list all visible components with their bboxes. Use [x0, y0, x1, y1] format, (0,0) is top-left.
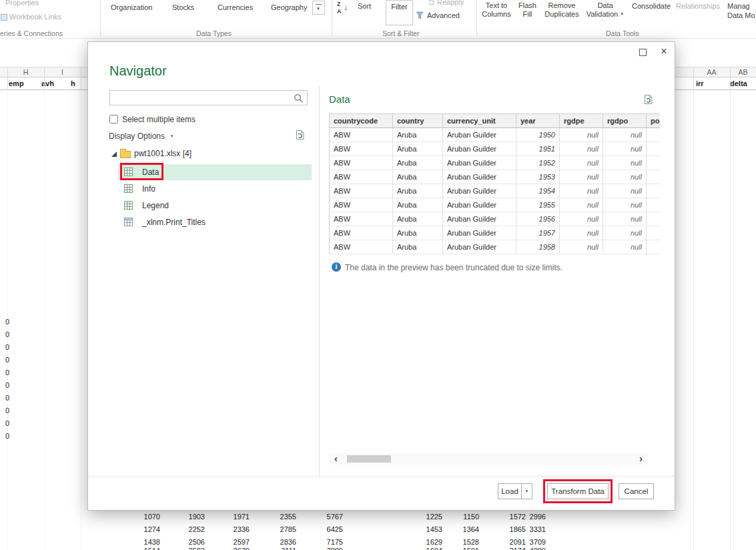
sheet-cell: 0 — [1, 343, 9, 352]
header-gridline — [81, 67, 81, 77]
sheet-col-header-AB[interactable]: AB — [730, 67, 756, 77]
scroll-left-icon[interactable]: ‹ — [334, 453, 338, 464]
tree-item-label: Legend — [142, 201, 169, 210]
sheet-col-header-I[interactable]: I — [44, 67, 81, 77]
pane-divider — [319, 86, 320, 476]
close-icon: × — [661, 45, 667, 57]
scroll-right-icon[interactable]: › — [639, 453, 643, 464]
preview-cell: Aruba — [393, 184, 443, 198]
gallery-more-button[interactable]: ▼ — [312, 1, 325, 15]
display-options-dropdown[interactable]: Display Options ▼ — [109, 131, 173, 141]
tree-item-data[interactable]: Data — [118, 164, 312, 180]
sheet-cell: 2583 — [168, 545, 205, 550]
preview-cell: null — [603, 184, 647, 198]
preview-cell — [647, 240, 660, 254]
preview-column-header[interactable]: countrycode — [330, 114, 393, 128]
preview-cell: null — [603, 212, 647, 226]
queries-group-label: eries & Connections — [0, 29, 63, 37]
preview-column-header[interactable]: rgdpo — [603, 114, 647, 128]
manage-line2: Data Mo — [727, 11, 755, 19]
sheet-cell: 1274 — [123, 523, 160, 536]
transform-data-button[interactable]: Transform Data — [547, 483, 609, 499]
preview-cell: 1952 — [516, 156, 560, 170]
sheet-row: 1070 1903 1971 2355 5767 1225 1150 1572 … — [0, 511, 756, 523]
sheet-cell: 0 — [1, 394, 9, 402]
sort-z-glyph: Z — [337, 1, 341, 7]
tree-item-print-titles[interactable]: _xlnm.Print_Titles — [118, 214, 312, 230]
sheet-gridline — [81, 90, 81, 550]
consolidate-button[interactable]: Consolidate — [632, 2, 671, 10]
select-multiple-checkbox[interactable] — [109, 115, 118, 123]
preview-column-header[interactable]: year — [516, 114, 560, 128]
preview-column-header[interactable]: po — [647, 114, 660, 128]
preview-cell: ABW — [330, 226, 393, 240]
preview-cell: Aruban Guilder — [443, 226, 516, 240]
sheet-cell: 1903 — [168, 511, 205, 523]
search-input[interactable] — [110, 91, 294, 105]
preview-cell — [647, 156, 660, 170]
preview-cell: Aruban Guilder — [443, 170, 516, 184]
preview-cell: null — [560, 170, 603, 184]
tree-item-label: Info — [142, 184, 155, 194]
worksheet-icon — [124, 201, 133, 210]
preview-cell: null — [603, 240, 647, 254]
scrollbar-thumb[interactable] — [347, 455, 391, 463]
preview-cell: 1957 — [516, 226, 560, 240]
reapply-icon — [428, 0, 435, 6]
preview-cell: Aruban Guilder — [443, 156, 516, 170]
close-button[interactable]: × — [655, 43, 673, 59]
advanced-button[interactable]: Advanced — [427, 11, 460, 19]
sort-filter-group-label: Sort & Filter — [382, 29, 419, 37]
sort-button[interactable]: Sort — [358, 2, 371, 10]
chevron-down-icon: ▼ — [316, 7, 320, 11]
filter-button[interactable]: Filter — [386, 0, 413, 25]
preview-cell: Aruba — [393, 226, 443, 240]
excel-window: Properties Workbook Links eries & Connec… — [0, 0, 756, 550]
sheet-cell: 1070 — [123, 511, 160, 523]
preview-horizontal-scrollbar[interactable]: ‹ › — [329, 453, 648, 465]
datatype-currencies[interactable]: Currencies — [218, 3, 253, 11]
datatype-stocks[interactable]: Stocks — [172, 3, 194, 11]
load-dropdown-button[interactable]: ▼ — [521, 483, 532, 499]
preview-cell: ABW — [330, 170, 393, 184]
sheet-cell: 3111 — [260, 545, 296, 550]
preview-cell: Aruban Guilder — [443, 198, 516, 212]
load-button[interactable]: Load — [498, 483, 522, 499]
preview-cell: null — [603, 156, 647, 170]
cancel-button[interactable]: Cancel — [619, 483, 654, 499]
manage-data-model-button[interactable]: Manag Data Mo — [727, 2, 755, 19]
sheet-col-header-AA[interactable]: AA — [693, 67, 730, 77]
preview-cell — [647, 212, 660, 226]
maximize-button[interactable] — [634, 45, 651, 59]
data-validation-button[interactable]: Data Validation ▼ — [583, 1, 627, 19]
remove-duplicates-button[interactable]: Remove Duplicates — [539, 1, 585, 19]
ribbon-group-separator — [332, 0, 332, 36]
datatype-organization[interactable]: Organization — [111, 3, 152, 11]
sheet-cell: 2996 — [509, 511, 546, 523]
preview-cell: null — [603, 226, 647, 240]
gallery-more-icon — [316, 4, 322, 5]
tree-item-info[interactable]: Info — [118, 181, 312, 197]
properties-button[interactable]: Properties — [5, 0, 39, 7]
preview-cell: ABW — [330, 128, 393, 142]
datatype-geography[interactable]: Geography — [271, 3, 307, 11]
sheet-cell: 0 — [1, 419, 9, 428]
preview-column-header[interactable]: currency_unit — [443, 114, 516, 128]
tree-expander-icon[interactable] — [111, 152, 117, 157]
sheet-row: 1274 2252 2336 2785 6425 1453 1364 1865 … — [0, 523, 756, 536]
workbook-links-button[interactable]: Workbook Links — [9, 13, 61, 21]
reapply-button[interactable]: Reapply — [437, 0, 464, 6]
refresh-preview-icon[interactable] — [644, 94, 653, 105]
tree-root-pwt1001[interactable]: pwt1001.xlsx [4] — [111, 148, 312, 164]
preview-column-header[interactable]: country — [393, 114, 443, 128]
refresh-icon[interactable] — [296, 129, 305, 140]
relationships-button[interactable]: Relationships — [676, 2, 720, 10]
header-gridline — [44, 67, 45, 77]
sort-za-icon[interactable]: Z A ↓ — [337, 1, 353, 18]
preview-cell: null — [560, 184, 603, 198]
search-icon[interactable] — [294, 93, 304, 103]
sheet-col-header-H[interactable]: H — [7, 67, 44, 77]
tree-item-legend[interactable]: Legend — [118, 198, 312, 214]
select-multiple-label: Select multiple items — [122, 115, 196, 124]
preview-column-header[interactable]: rgdpe — [560, 114, 603, 128]
